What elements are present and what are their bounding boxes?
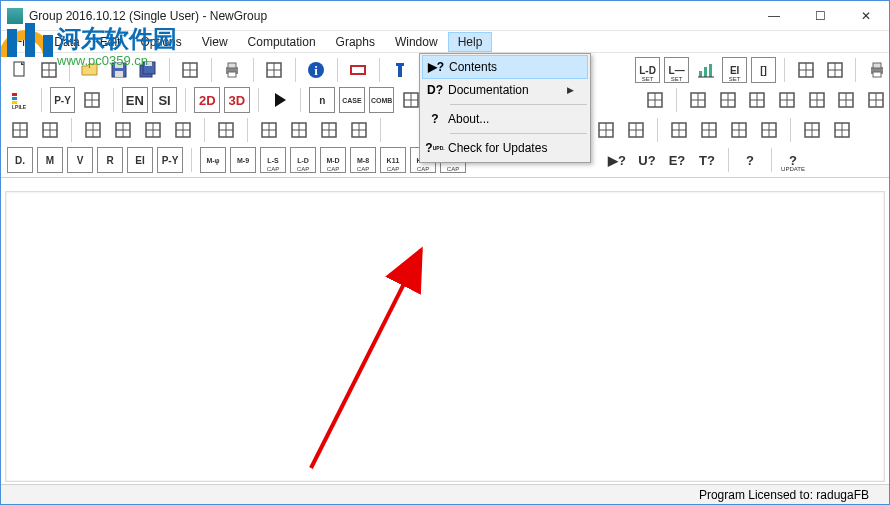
menu-options[interactable]: Options <box>130 32 191 52</box>
open-icon[interactable] <box>78 57 103 83</box>
shape6-icon[interactable] <box>834 87 860 113</box>
rect1-icon[interactable] <box>7 117 33 143</box>
print-icon[interactable] <box>220 57 245 83</box>
tool-2d-button[interactable]: 2D <box>194 87 220 113</box>
help-menu-documentation[interactable]: D?Documentation▶ <box>422 78 588 102</box>
print2-icon[interactable] <box>864 57 889 83</box>
shape2-icon[interactable] <box>715 87 741 113</box>
conn4-icon[interactable] <box>756 117 782 143</box>
image-icon[interactable] <box>262 57 287 83</box>
conn2-icon[interactable] <box>696 117 722 143</box>
tool-py-button[interactable]: P-Y <box>50 87 76 113</box>
tool-label: M-D <box>326 157 339 164</box>
tool-l-button[interactable]: L—SET <box>664 57 689 83</box>
beam2-icon[interactable] <box>623 117 649 143</box>
tool--button[interactable]: [] <box>751 57 776 83</box>
new-doc-icon[interactable] <box>7 57 32 83</box>
red-rect-icon[interactable] <box>346 57 371 83</box>
shape3-icon[interactable] <box>745 87 771 113</box>
tool--button[interactable]: ?UPDATE <box>780 147 806 173</box>
arrow2-icon[interactable] <box>799 117 825 143</box>
lpile2-icon[interactable] <box>79 87 105 113</box>
arrow-icon[interactable] <box>256 117 282 143</box>
tool-d-button[interactable]: D. <box>7 147 33 173</box>
tool-k11-button[interactable]: K11CAP <box>380 147 406 173</box>
info-icon[interactable]: i <box>304 57 329 83</box>
tool--button[interactable]: ? <box>737 147 763 173</box>
pile3-icon[interactable] <box>140 117 166 143</box>
menu-window[interactable]: Window <box>385 32 448 52</box>
tool-ld-button[interactable]: L-DSET <box>635 57 660 83</box>
chart-icon[interactable] <box>693 57 718 83</box>
shape7-icon[interactable] <box>863 87 889 113</box>
lpile-icon[interactable]: LPILE <box>7 87 33 113</box>
help-menu-about-[interactable]: ?About... <box>422 107 588 131</box>
menu-view[interactable]: View <box>192 32 238 52</box>
tool-m-button[interactable]: M-φ <box>200 147 226 173</box>
grid-icon[interactable] <box>178 57 203 83</box>
tool-m-button[interactable]: M <box>37 147 63 173</box>
block-icon[interactable] <box>793 57 818 83</box>
pile2-icon[interactable] <box>110 117 136 143</box>
tool-v-button[interactable]: V <box>67 147 93 173</box>
menu-edit[interactable]: Edit <box>90 32 131 52</box>
tool-u-button[interactable]: U? <box>634 147 660 173</box>
tool-md-button[interactable]: M-DCAP <box>320 147 346 173</box>
tool-label: EI <box>730 65 739 76</box>
tool-py-button[interactable]: P-Y <box>157 147 183 173</box>
saveall-icon[interactable] <box>136 57 161 83</box>
pile1-icon[interactable] <box>80 117 106 143</box>
tool-m8-button[interactable]: M-8CAP <box>350 147 376 173</box>
menu-data[interactable]: Data <box>44 32 89 52</box>
tool-e-button[interactable]: E? <box>664 147 690 173</box>
tool-r-button[interactable]: R <box>97 147 123 173</box>
tool-3d-button[interactable]: 3D <box>224 87 250 113</box>
help-menu-contents[interactable]: ▶?Contents <box>422 55 588 79</box>
tool-label: K11 <box>387 157 400 164</box>
conn1-icon[interactable] <box>666 117 692 143</box>
conn3-icon[interactable] <box>726 117 752 143</box>
tool-label: P-Y <box>162 155 179 166</box>
tool-en-button[interactable]: EN <box>122 87 148 113</box>
help-menu-check-for-updates[interactable]: ?UPD.Check for Updates <box>422 136 588 160</box>
tool-comb-button[interactable]: COMB <box>369 87 395 113</box>
tool-ei-button[interactable]: EISET <box>722 57 747 83</box>
tool-a-icon[interactable] <box>643 87 669 113</box>
shape5-icon[interactable] <box>804 87 830 113</box>
save-icon[interactable] <box>107 57 132 83</box>
menu-graphs[interactable]: Graphs <box>326 32 385 52</box>
tool-si-button[interactable]: SI <box>152 87 178 113</box>
tool-case-button[interactable]: CASE <box>339 87 365 113</box>
shape1-icon[interactable] <box>685 87 711 113</box>
beam1-icon[interactable] <box>593 117 619 143</box>
grid4-icon[interactable] <box>213 117 239 143</box>
load-icon[interactable] <box>829 117 855 143</box>
prop3-icon[interactable] <box>346 117 372 143</box>
prop1-icon[interactable] <box>286 117 312 143</box>
menu-help[interactable]: Help <box>448 32 493 52</box>
tool--button[interactable]: ▶? <box>604 147 630 173</box>
menu-computation[interactable]: Computation <box>238 32 326 52</box>
skewblock-icon[interactable] <box>822 57 847 83</box>
tool-ls-button[interactable]: L-SCAP <box>260 147 286 173</box>
blue-t-icon[interactable] <box>388 57 413 83</box>
maximize-button[interactable]: ☐ <box>797 1 843 31</box>
close-button[interactable]: ✕ <box>843 1 889 31</box>
tool-t-button[interactable]: T? <box>694 147 720 173</box>
minimize-button[interactable]: — <box>751 1 797 31</box>
tool-m9-button[interactable]: M-9 <box>230 147 256 173</box>
new-multi-icon[interactable] <box>36 57 61 83</box>
tool-ei-button[interactable]: EI <box>127 147 153 173</box>
license-text: Program Licensed to: radugaFB <box>699 488 869 502</box>
prop2-icon[interactable] <box>316 117 342 143</box>
tool-ld-button[interactable]: L-DCAP <box>290 147 316 173</box>
shape4-icon[interactable] <box>774 87 800 113</box>
tool-n-button[interactable]: n <box>309 87 335 113</box>
rect2-icon[interactable] <box>37 117 63 143</box>
pile4-icon[interactable] <box>170 117 196 143</box>
toolbar-separator <box>247 118 248 142</box>
menu-file[interactable]: File <box>5 32 44 52</box>
help-menu-item-icon: ? <box>422 112 448 126</box>
play-icon[interactable] <box>267 87 293 113</box>
tool-label: E? <box>669 153 686 168</box>
